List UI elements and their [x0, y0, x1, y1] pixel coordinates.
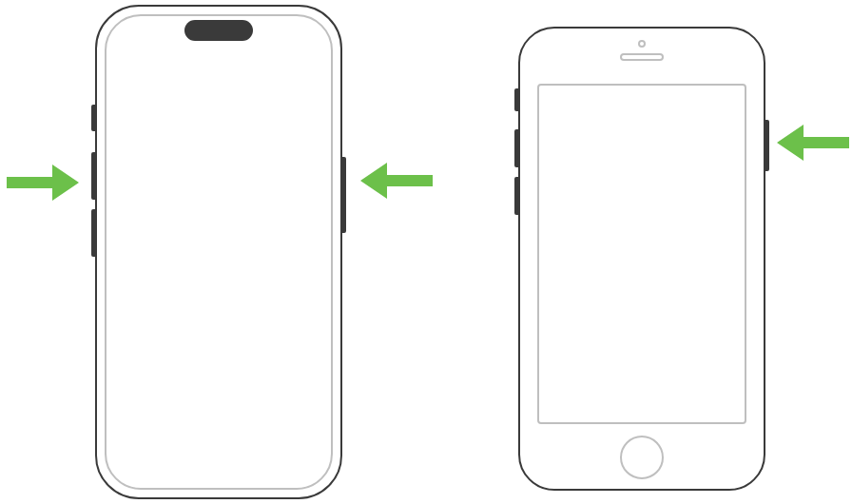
arrow-left-icon	[358, 160, 435, 202]
arrow-left-icon	[775, 122, 851, 164]
volume-up-button	[514, 129, 518, 167]
mute-switch	[514, 88, 518, 111]
diagram-stage	[0, 0, 852, 504]
phone-faceid	[95, 5, 342, 499]
home-button	[620, 436, 664, 479]
volume-up-button	[91, 152, 95, 200]
phone-homebutton-screen	[537, 84, 746, 424]
earpiece-speaker-icon	[620, 53, 664, 61]
dynamic-island	[184, 20, 253, 41]
volume-down-button	[514, 177, 518, 215]
arrow-right-icon	[5, 162, 81, 204]
front-camera-icon	[638, 40, 646, 48]
volume-down-button	[91, 209, 95, 257]
side-button	[765, 120, 769, 171]
phone-homebutton	[518, 27, 765, 491]
side-button	[342, 157, 346, 233]
phone-faceid-screen	[105, 14, 333, 490]
mute-switch	[91, 105, 95, 131]
